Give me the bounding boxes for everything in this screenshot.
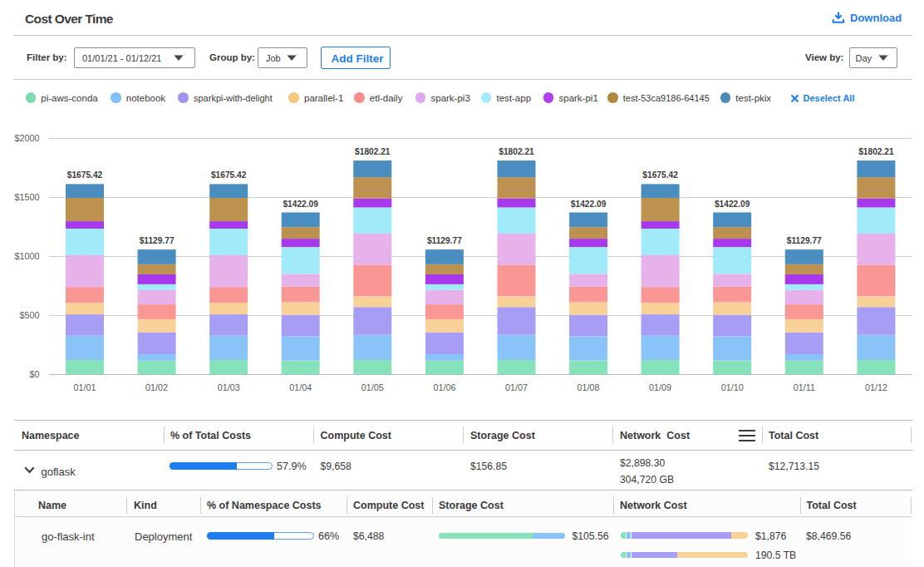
svg-text:01/06: 01/06 [433,382,455,392]
svg-text:01/01: 01/01 [73,382,96,392]
svg-text:$1422.09: $1422.09 [715,200,750,209]
svg-text:$1000: $1000 [14,251,39,261]
svg-text:01/09: 01/09 [649,382,671,392]
svg-text:$1802.21: $1802.21 [858,147,894,156]
svg-text:$1802.21: $1802.21 [355,147,391,156]
svg-text:$1802.21: $1802.21 [499,147,534,156]
svg-text:$1500: $1500 [14,192,39,202]
svg-text:$1422.09: $1422.09 [571,200,607,209]
svg-text:$2000: $2000 [14,133,39,143]
svg-text:01/04: 01/04 [289,382,312,392]
svg-text:$1129.77: $1129.77 [427,236,462,245]
svg-text:01/08: 01/08 [578,382,600,392]
svg-text:$1129.77: $1129.77 [787,236,822,245]
svg-text:$1675.42: $1675.42 [642,170,678,180]
svg-text:01/11: 01/11 [794,382,815,392]
svg-text:01/10: 01/10 [721,382,744,392]
svg-text:01/07: 01/07 [505,382,528,392]
svg-text:01/02: 01/02 [145,382,168,392]
svg-text:$1422.09: $1422.09 [283,200,318,209]
svg-text:01/05: 01/05 [361,382,384,392]
svg-text:01/03: 01/03 [218,382,240,392]
svg-text:$1675.42: $1675.42 [67,170,103,180]
svg-text:$1129.77: $1129.77 [140,236,174,245]
svg-text:$500: $500 [19,310,39,320]
svg-text:$1675.42: $1675.42 [211,170,247,180]
svg-text:$0: $0 [29,369,39,379]
svg-text:01/12: 01/12 [865,382,887,392]
